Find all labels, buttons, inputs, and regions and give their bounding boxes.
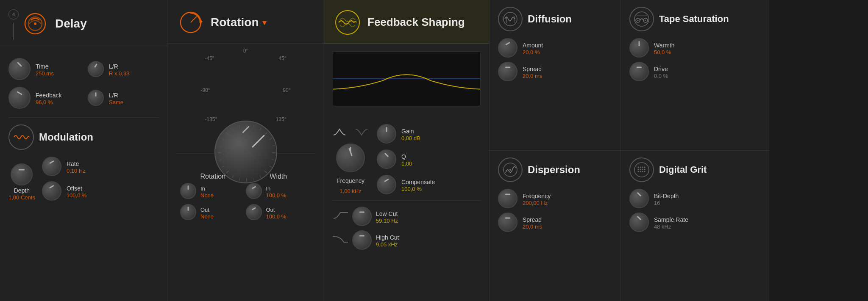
dispersion-freq-value: 200,00 Hz xyxy=(523,200,551,206)
rotation-in-value: None xyxy=(200,192,214,199)
drive-knob[interactable] xyxy=(629,62,649,81)
highcut-knob[interactable] xyxy=(352,230,372,250)
dispersion-freq-label: Frequency xyxy=(523,193,551,199)
lr1-label: L/R xyxy=(109,63,129,70)
rotation-in-knob[interactable] xyxy=(180,183,196,199)
peak-shape-btn[interactable] xyxy=(333,127,346,138)
rotation-dropdown[interactable]: ▾ xyxy=(262,17,267,28)
delay-badge: 4 xyxy=(8,9,19,19)
tape-header: Tape Saturation xyxy=(629,7,761,31)
rotation-out-knob[interactable] xyxy=(180,204,196,220)
dispersion-header: Dispersion xyxy=(498,157,612,182)
lowcut-param: Low Cut 59,10 Hz xyxy=(376,209,398,224)
svg-point-34 xyxy=(504,12,517,26)
dispersion-spread-param: Spread 20,0 ms xyxy=(523,215,542,230)
bitdepth-knob[interactable] xyxy=(629,189,649,208)
rate-label: Rate xyxy=(67,160,86,167)
bitdepth-label: Bit-Depth xyxy=(654,193,679,199)
svg-line-22 xyxy=(222,166,224,167)
q-param: Q 1,00 xyxy=(401,152,412,167)
warmth-param: Warmth 50,0 % xyxy=(654,40,674,55)
angle-label-tr: 45° xyxy=(278,55,286,61)
diffusion-title: Diffusion xyxy=(528,13,572,25)
delay-panel: 4 Delay Time 250 ms xyxy=(0,0,167,301)
shape-icons xyxy=(333,127,368,138)
q-row: Q 1,00 xyxy=(377,149,435,169)
dispersion-spread-knob[interactable] xyxy=(498,213,517,232)
svg-point-56 xyxy=(642,171,643,172)
diffusion-amount-knob[interactable] xyxy=(498,38,517,58)
svg-line-10 xyxy=(269,138,271,140)
feedback-knob[interactable] xyxy=(8,87,31,109)
depth-knob[interactable] xyxy=(11,163,33,185)
lr1-param: L/R R x 0,33 xyxy=(109,61,129,77)
dispersion-spread-value: 20,0 ms xyxy=(523,224,542,230)
highcut-row: High Cut 9,05 kHz xyxy=(333,230,481,250)
diffusion-sub-panel: Diffusion Amount 20,0 % Spread 20,0 ms xyxy=(490,0,620,151)
lowcut-knob[interactable] xyxy=(352,207,372,226)
diffusion-spread-label: Spread xyxy=(523,66,542,72)
dispersion-params: Frequency 200,00 Hz Spread 20,0 ms xyxy=(498,189,612,232)
gain-knob[interactable] xyxy=(377,124,396,144)
lr1-knob[interactable] xyxy=(88,61,104,77)
svg-line-15 xyxy=(264,171,267,173)
offset-row: Offset 100,0 % xyxy=(42,181,87,201)
depth-label: Depth xyxy=(14,187,30,194)
highcut-param: High Cut 9,05 kHz xyxy=(376,232,399,248)
width-out-row: Out 100,0 % xyxy=(246,204,312,220)
svg-point-47 xyxy=(640,167,641,168)
rotation-knob[interactable] xyxy=(214,121,277,183)
notch-shape-btn[interactable] xyxy=(355,127,368,138)
gain-param: Gain 0,00 dB xyxy=(401,126,420,141)
angle-dial[interactable] xyxy=(214,56,277,119)
frequency-knob[interactable] xyxy=(336,144,365,172)
lr2-knob[interactable] xyxy=(88,90,104,106)
lowcut-row: Low Cut 59,10 Hz xyxy=(333,207,481,226)
diffusion-amount-param: Amount 20,0 % xyxy=(523,40,543,55)
width-in-knob[interactable] xyxy=(246,183,262,199)
compensate-knob[interactable] xyxy=(377,175,396,194)
dispersion-freq-knob[interactable] xyxy=(498,189,517,208)
feedback-icon-container xyxy=(333,8,362,37)
diffusion-spread-knob[interactable] xyxy=(498,62,517,81)
rate-value: 0,10 Hz xyxy=(67,168,86,174)
width-out-knob[interactable] xyxy=(246,204,262,220)
angle-label-tl: -45° xyxy=(205,55,214,61)
samplerate-knob[interactable] xyxy=(629,213,649,232)
digital-grit-icon xyxy=(629,157,654,182)
depth-value: 1,00 Cents xyxy=(8,194,35,201)
q-knob[interactable] xyxy=(377,149,396,169)
rotation-in-label: In xyxy=(200,185,214,192)
highcut-value: 9,05 kHz xyxy=(376,241,399,248)
time-row: Time 250 ms xyxy=(8,58,79,80)
gain-row: Gain 0,00 dB xyxy=(377,124,435,144)
lr2-row: L/R Same xyxy=(88,87,159,109)
svg-line-8 xyxy=(260,128,261,130)
svg-line-17 xyxy=(253,178,254,181)
freq-label: Frequency xyxy=(337,177,364,184)
compensate-row: Compensate 100,0 % xyxy=(377,175,435,194)
diffusion-spread-row: Spread 20,0 ms xyxy=(498,62,612,81)
dispersion-sub-panel: Dispersion Frequency 200,00 Hz Spread 20… xyxy=(490,151,620,301)
warmth-knob[interactable] xyxy=(629,38,649,58)
tape-title: Tape Saturation xyxy=(659,14,729,25)
svg-point-48 xyxy=(642,167,643,168)
feedback-value: 96,0 % xyxy=(36,99,61,105)
rotation-panel: Rotation ▾ 0° 45° 90° 135° +/-180° -135°… xyxy=(167,0,324,301)
svg-point-57 xyxy=(644,171,645,172)
diffusion-params: Amount 20,0 % Spread 20,0 ms xyxy=(498,38,612,81)
drive-label: Drive xyxy=(654,66,668,72)
dispersion-spread-row: Spread 20,0 ms xyxy=(498,213,612,232)
warmth-value: 50,0 % xyxy=(654,49,674,55)
svg-point-39 xyxy=(634,12,649,26)
svg-point-53 xyxy=(644,169,645,170)
svg-point-51 xyxy=(640,169,641,170)
rotation-in-param: In None xyxy=(200,184,214,199)
width-in-param: In 100,0 % xyxy=(266,184,287,199)
time-knob[interactable] xyxy=(8,58,31,80)
svg-point-46 xyxy=(638,167,639,168)
svg-line-27 xyxy=(226,133,228,135)
rotation-out-param: Out None xyxy=(200,205,214,220)
offset-knob[interactable] xyxy=(42,181,61,201)
rate-knob[interactable] xyxy=(42,157,61,176)
